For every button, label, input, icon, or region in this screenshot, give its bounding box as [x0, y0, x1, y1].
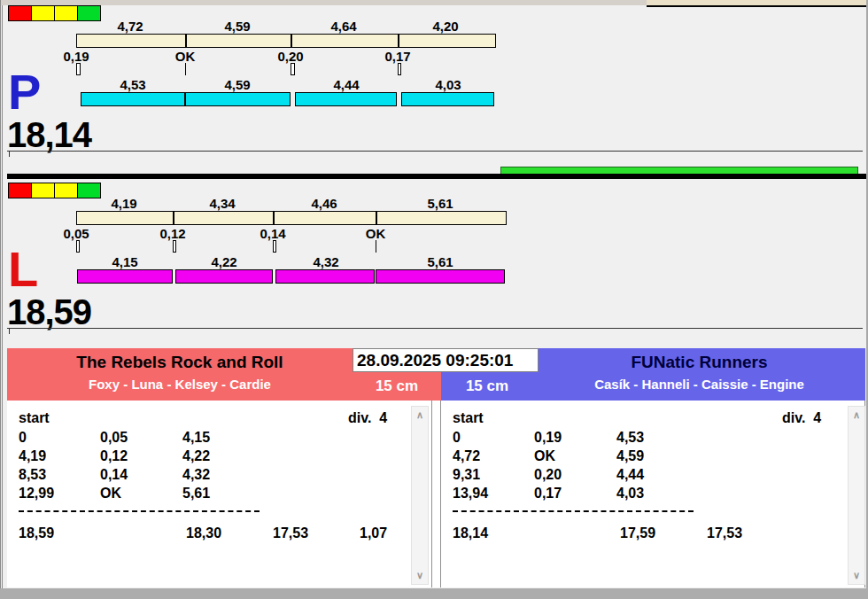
takeover-label: 0,20 [277, 49, 303, 64]
table-cell: 4,19 [19, 448, 46, 464]
table-dashed-separator [19, 510, 260, 512]
table-cell: 5,61 [182, 486, 210, 502]
takeover-label: 0,14 [260, 226, 285, 241]
table-cell: 12,99 [19, 486, 54, 502]
split-time-label: 5,61 [427, 196, 453, 211]
table-cell: 4,44 [616, 467, 644, 483]
takeover-label: OK [366, 226, 386, 241]
table-cell: 4,59 [616, 448, 644, 464]
run-bar-segment [295, 92, 397, 106]
status-square-3 [77, 5, 101, 21]
status-square-3 [77, 183, 101, 198]
table-total-value: 18,14 [453, 525, 488, 541]
run-bar-segment [275, 269, 375, 284]
table-cell: 4,03 [616, 486, 644, 502]
scroll-down-arrow-icon[interactable]: ∨ [412, 571, 428, 580]
run-time-label: 4,15 [112, 254, 137, 269]
run-bar-segment [185, 92, 291, 106]
split-bar-divider [185, 35, 187, 47]
table-cell: OK [100, 486, 121, 502]
right-table-scrollbar[interactable]: ∧ ∨ [848, 406, 865, 585]
status-squares [8, 5, 100, 21]
takeover-gap-marker [76, 63, 81, 75]
table-total-value: 1,07 [360, 525, 387, 541]
table-total-value: 17,53 [707, 525, 742, 541]
table-cell: 0,20 [534, 467, 562, 483]
run-bar-segment [376, 269, 505, 284]
run-time-label: 4,53 [120, 77, 145, 92]
team-members-right: Casík - Hanneli - Caissie - Engine [533, 374, 865, 395]
split-time-label: 4,59 [224, 19, 250, 34]
takeover-gap-marker [273, 240, 276, 253]
table-total-value: 17,53 [273, 525, 308, 541]
split-bar-divider [376, 212, 377, 224]
split-bar-divider [173, 212, 174, 224]
table-cell: 0,17 [534, 486, 562, 502]
tick-mark [9, 329, 10, 334]
takeover-gap-marker [398, 63, 401, 75]
split-time-label: 4,46 [311, 196, 337, 211]
lane-letter-P: P [8, 69, 41, 115]
takeover-gap-marker [76, 240, 80, 253]
scroll-up-arrow-icon[interactable]: ∧ [849, 410, 864, 420]
takeover-ok-marker [185, 63, 186, 75]
run-time-label: 4,32 [313, 254, 338, 269]
section-separator-bar [7, 174, 866, 179]
status-square-1 [31, 5, 55, 21]
table-start-label: start [19, 410, 50, 426]
table-total-value: 18,30 [186, 525, 221, 541]
timing-app-window: 4,720,194,534,59OK4,594,640,204,444,200,… [0, 0, 868, 599]
lane-letter-L: L [8, 246, 38, 292]
lane-underline [7, 328, 863, 329]
run-time-label: 4,44 [333, 77, 359, 92]
table-cell: 4,15 [182, 430, 210, 446]
split-time-label: 4,72 [117, 19, 143, 34]
table-cell: 0,05 [100, 430, 128, 446]
scroll-down-arrow-icon[interactable]: ∨ [849, 571, 864, 580]
table-cell: 4,53 [616, 430, 644, 446]
window-bottom-strip [0, 588, 868, 599]
tick-mark [9, 152, 10, 157]
split-table-left: startdiv. 400,054,154,190,124,228,530,14… [7, 401, 432, 587]
distance-badge-left: 15 cm [353, 372, 441, 401]
distance-badge-right: 15 cm [441, 372, 533, 401]
run-time-label: 4,22 [211, 254, 236, 269]
split-time-label: 4,64 [330, 19, 356, 34]
split-time-label: 4,19 [111, 196, 136, 211]
table-div-label: div. 4 [782, 410, 821, 426]
takeover-label: 0,17 [384, 49, 410, 64]
table-cell: OK [534, 448, 555, 464]
left-table-scrollbar[interactable]: ∧ ∨ [411, 406, 429, 585]
team-members-left: Foxy - Luna - Kelsey - Cardie [7, 374, 353, 395]
table-dashed-separator [453, 510, 694, 512]
table-cell: 4,72 [453, 448, 480, 464]
table-cell: 4,22 [182, 448, 210, 464]
takeover-label: 0,12 [159, 226, 185, 241]
split-bar [76, 34, 496, 48]
table-total-value: 17,59 [620, 525, 655, 541]
scroll-up-arrow-icon[interactable]: ∧ [412, 410, 428, 420]
run-bar-segment [401, 92, 494, 106]
table-cell: 0 [453, 430, 461, 446]
run-time-label: 4,03 [435, 77, 461, 92]
status-square-2 [54, 183, 78, 198]
lane-total-time: 18,59 [7, 292, 91, 332]
takeover-label: 0,19 [63, 49, 89, 64]
split-table-right: startdiv. 400,194,534,72OK4,599,310,204,… [441, 401, 865, 587]
table-div-label: div. 4 [348, 410, 387, 426]
status-square-0 [8, 183, 32, 198]
team-name-left: The Rebels Rock and Roll [7, 351, 353, 374]
run-bar-segment [175, 269, 273, 284]
table-cell: 4,32 [182, 467, 210, 483]
takeover-gap-marker [173, 240, 176, 253]
table-cell: 0,19 [534, 430, 562, 446]
lane-total-time: 18,14 [7, 115, 91, 155]
status-square-1 [31, 183, 55, 198]
split-bar-divider [291, 35, 292, 47]
table-cell: 0,12 [100, 448, 128, 464]
table-cell: 13,94 [453, 486, 488, 502]
table-cell: 0,14 [100, 467, 128, 483]
takeover-label: OK [175, 49, 196, 64]
status-square-2 [54, 5, 78, 21]
lane-underline [7, 151, 863, 152]
